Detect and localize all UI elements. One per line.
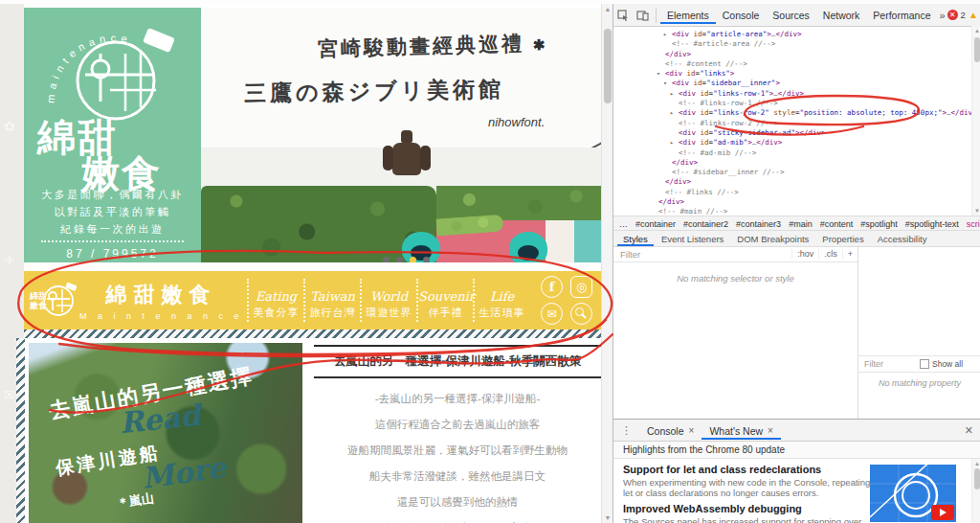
nav-item[interactable]: Eating 美食分享 bbox=[247, 279, 303, 322]
devtools-tab[interactable]: Sources bbox=[766, 6, 816, 24]
nav-item[interactable]: Taiwan 旅行台灣 bbox=[303, 279, 360, 322]
tab-close-icon[interactable]: × bbox=[689, 425, 695, 436]
scroll-down-icon[interactable]: ▼ bbox=[972, 208, 980, 214]
dom-tree-line[interactable]: ▾<div id="links"> bbox=[613, 69, 971, 79]
article-title-link[interactable]: 去嵐山的另一種選擇-保津川遊船-秋季關西散策 bbox=[314, 345, 601, 378]
drawer-scrollbar[interactable]: ▲ bbox=[971, 459, 980, 523]
toggle-hover-state-button[interactable]: :hov bbox=[791, 249, 818, 259]
dom-tree-line[interactable]: </div> bbox=[613, 158, 971, 168]
dom-tree-line[interactable]: <!-- #ad-mib //--> bbox=[613, 148, 971, 158]
styles-tab[interactable]: Event Listeners bbox=[656, 232, 729, 245]
new-style-rule-button[interactable]: + bbox=[842, 249, 858, 259]
elements-tree[interactable]: ▸<div id="article-area">…</div><!-- #art… bbox=[613, 26, 971, 219]
expand-arrow-icon[interactable]: ▸ bbox=[670, 108, 679, 118]
devtools-tab[interactable]: Performance bbox=[866, 6, 937, 24]
devtools-tab[interactable]: Elements bbox=[660, 6, 716, 24]
styles-filter-input[interactable] bbox=[613, 248, 791, 261]
dom-tree-line[interactable]: <!-- #links-row-1 //--> bbox=[613, 99, 971, 108]
drawer-menu-icon[interactable]: ⋮ bbox=[613, 424, 639, 437]
dom-tree-line[interactable]: <!-- #links-row-2 //--> bbox=[613, 119, 971, 128]
expand-arrow-icon[interactable]: ▾ bbox=[657, 69, 665, 79]
dom-tree-line[interactable]: </div> bbox=[613, 197, 971, 207]
page-scrollbar-thumb[interactable] bbox=[604, 29, 612, 103]
hero-carousel[interactable]: 宮崎駿動畫經典巡禮 ✱ 三鷹の森ジブリ美術館 nihowfont. bbox=[201, 8, 601, 262]
more-tabs-icon[interactable]: » bbox=[939, 10, 945, 21]
styles-tab[interactable]: Styles bbox=[617, 232, 654, 246]
play-button-icon[interactable] bbox=[931, 505, 954, 520]
carousel-dot[interactable] bbox=[396, 257, 403, 262]
breadcrumb-item[interactable]: #main bbox=[789, 219, 813, 229]
dom-tree-line[interactable]: ▸<div id="article-area">…</div> bbox=[613, 30, 971, 39]
nav-item[interactable]: Souvenir 伴手禮 bbox=[416, 279, 473, 322]
dom-tree-line[interactable]: <!-- #sidebar__inner //--> bbox=[613, 168, 971, 177]
show-all-checkbox[interactable]: Show all bbox=[920, 359, 963, 369]
expand-arrow-icon[interactable]: ▸ bbox=[670, 89, 679, 99]
video-thumbnail[interactable] bbox=[870, 465, 956, 522]
computed-filter-input[interactable] bbox=[858, 358, 920, 370]
breadcrumb-item[interactable]: #spotlight-text bbox=[905, 219, 959, 229]
dom-tree-line[interactable]: </div> bbox=[613, 50, 971, 59]
breadcrumb-item[interactable]: #container bbox=[635, 219, 676, 229]
drawer-close-icon[interactable]: ✕ bbox=[957, 424, 980, 437]
breadcrumb-item[interactable]: #container3 bbox=[736, 219, 781, 229]
devtools-tab[interactable]: Console bbox=[716, 6, 767, 24]
expand-arrow-icon[interactable]: ▸ bbox=[670, 138, 679, 148]
devtools-tab[interactable]: Network bbox=[816, 6, 867, 24]
drawer-tab[interactable]: Console× bbox=[639, 421, 702, 440]
nav-item[interactable]: World 環遊世界 bbox=[360, 279, 416, 322]
expand-arrow-icon[interactable]: ▾ bbox=[663, 79, 672, 88]
toggle-class-button[interactable]: .cls bbox=[818, 249, 842, 259]
dom-tree-line[interactable]: ▸<div id="links-row-2" style="position: … bbox=[613, 108, 971, 118]
styles-tab[interactable]: Accessibility bbox=[872, 232, 933, 245]
carousel-dot[interactable] bbox=[410, 257, 416, 262]
dom-tree-line[interactable]: <div id="sticky-sidebar-ad"></div> bbox=[613, 128, 971, 138]
breadcrumb-item[interactable]: #spotlight bbox=[860, 219, 898, 229]
carousel-dots[interactable] bbox=[383, 257, 430, 262]
dom-tree-line[interactable]: <!-- #links //--> bbox=[613, 188, 971, 197]
breadcrumb-item[interactable]: … bbox=[619, 219, 628, 229]
scroll-up-icon[interactable]: ▲ bbox=[972, 461, 980, 466]
social-icon[interactable] bbox=[541, 303, 563, 325]
dom-tree-line[interactable]: ▸<div id="links-row-1">…</div> bbox=[613, 89, 971, 99]
dom-tree-line[interactable]: ▾<div id="sidebar__inner"> bbox=[613, 79, 971, 88]
breadcrumb-item[interactable]: script bbox=[967, 219, 980, 229]
teal-shoe-mural bbox=[509, 232, 547, 262]
breadcrumb-item[interactable]: #content bbox=[820, 219, 854, 229]
dom-tree-line[interactable]: <!-- #article-area //--> bbox=[613, 39, 971, 49]
dom-tree-line[interactable]: </div> bbox=[613, 177, 971, 187]
nav-item[interactable]: Life 生活瑣事 bbox=[473, 279, 529, 322]
navbar-mini-logo[interactable]: 綿甜嫩食 bbox=[30, 278, 79, 324]
social-icon[interactable] bbox=[570, 303, 592, 325]
scroll-up-icon[interactable]: ▲ bbox=[972, 28, 980, 34]
breadcrumb-item[interactable]: #container2 bbox=[683, 219, 728, 229]
error-badge-icon[interactable]: ✕ bbox=[947, 10, 958, 20]
elements-scrollbar-thumb[interactable] bbox=[974, 37, 980, 62]
dom-tree-line[interactable]: <!-- #content //--> bbox=[613, 59, 971, 69]
styles-tab[interactable]: DOM Breakpoints bbox=[731, 232, 814, 245]
expand-arrow-icon[interactable]: ▸ bbox=[663, 30, 672, 39]
styles-tab[interactable]: Properties bbox=[816, 232, 869, 245]
social-icon[interactable] bbox=[570, 276, 592, 298]
error-count: 2 bbox=[961, 10, 966, 20]
devtools-toolbar: ElementsConsoleSourcesNetworkPerformance… bbox=[613, 4, 980, 27]
navbar-brand[interactable]: 綿甜嫩食 M a i n t e n a n c e bbox=[79, 281, 243, 321]
elements-scrollbar[interactable]: ▲ ▼ bbox=[971, 26, 980, 216]
article-thumbnail[interactable]: 去嵐山的另一種選擇 Read 保津川遊船 More ＊嵐山 bbox=[29, 343, 302, 523]
tab-close-icon[interactable]: × bbox=[768, 425, 773, 436]
device-toolbar-icon[interactable] bbox=[635, 8, 650, 23]
dom-tree-line[interactable]: ▸<div id="ad-mib">…</div> bbox=[613, 138, 971, 148]
inspect-element-icon[interactable] bbox=[615, 8, 631, 23]
carousel-dot[interactable] bbox=[383, 257, 390, 262]
social-icons bbox=[541, 276, 593, 325]
warning-badge-icon[interactable]: ▲ bbox=[969, 10, 978, 20]
whats-new-section-body: When experimenting with new code in the … bbox=[623, 477, 874, 498]
social-icon[interactable] bbox=[541, 276, 563, 298]
drawer-tab[interactable]: What's New× bbox=[702, 421, 781, 440]
drawer-scrollbar-thumb[interactable] bbox=[974, 468, 980, 489]
carousel-dot[interactable] bbox=[423, 257, 430, 262]
computed-pane: Show all No matching property bbox=[858, 246, 980, 419]
whats-new-section-title[interactable]: Improved WebAssembly debugging bbox=[623, 503, 874, 514]
toolbar-right: ✕ 2 ▲ 19 ⋮ ✕ bbox=[947, 8, 980, 23]
checkbox-icon[interactable] bbox=[920, 359, 929, 369]
whats-new-section-title[interactable]: Support for let and class redeclarations bbox=[623, 464, 874, 475]
